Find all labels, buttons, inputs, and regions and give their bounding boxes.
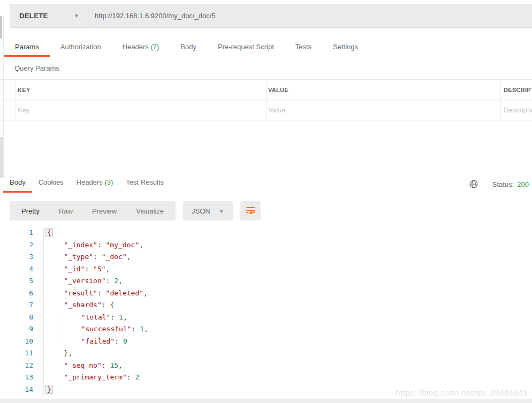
code-line: "_primary_term": 2 [43, 371, 532, 384]
code-line: }, [43, 347, 532, 360]
table-column-divider [266, 79, 267, 121]
code-row: 8 "total": 1, [0, 311, 532, 324]
chevron-down-icon: ▼ [74, 13, 79, 19]
globe-icon[interactable] [469, 179, 478, 189]
tab-body[interactable]: Body [170, 43, 207, 57]
code-line: "successful": 1, [43, 323, 532, 336]
code-line: "_id": "5", [43, 263, 532, 276]
tab-label: Authorization [60, 43, 101, 51]
table-column-divider [15, 79, 16, 121]
code-row: 6 "result": "deleted", [0, 287, 532, 300]
request-tabs: Params Authorization Headers (7) Body Pr… [4, 39, 369, 57]
line-number: 3 [0, 251, 33, 263]
line-number: 7 [0, 299, 33, 311]
code-line: "total": 1, [43, 311, 532, 324]
code-line: "_seq_no": 15, [43, 360, 532, 372]
line-number: 9 [0, 323, 33, 336]
code-line: { [43, 227, 532, 239]
code-line: "result": "deleted", [43, 287, 532, 300]
query-params-title: Query Params [14, 64, 59, 72]
watermark: https://blog.csdn.net/qq_38494341 [396, 388, 528, 397]
url-bar: DELETE ▼ http://192.168.1.6:9200/my_doc/… [10, 4, 532, 28]
tab-label: Pre-request Script [218, 43, 274, 51]
view-tab-visualize[interactable]: Visualize [126, 207, 173, 215]
code-line: "failed": 0 [43, 336, 532, 348]
code-block: 1{2 "_index": "my_doc",3 "_type": "_doc"… [0, 227, 532, 396]
column-header-value: VALUE [268, 80, 288, 100]
line-number: 14 [0, 384, 33, 396]
tab-label: Headers [77, 178, 103, 186]
view-tab-preview[interactable]: Preview [82, 207, 126, 215]
line-number: 2 [0, 239, 33, 252]
language-select[interactable]: JSON ▼ [183, 201, 233, 220]
response-meta: Status: 200 [469, 178, 532, 190]
line-number: 12 [0, 360, 33, 372]
code-row: 11 }, [0, 347, 532, 360]
key-input[interactable]: Key [18, 100, 29, 120]
response-tabs: Body Cookies Headers (3) Test Results [3, 175, 170, 193]
code-line: "_shards": { [43, 299, 532, 311]
line-number: 10 [0, 336, 33, 348]
tab-settings[interactable]: Settings [322, 43, 369, 57]
line-number: 8 [0, 311, 33, 324]
wrap-text-icon [245, 204, 256, 217]
tab-label: Cookies [39, 178, 64, 186]
tab-response-headers[interactable]: Headers (3) [70, 178, 120, 193]
view-mode-switch: Pretty Raw Preview Visualize [10, 201, 176, 220]
value-input[interactable]: Value [268, 100, 285, 120]
status-label: Status: [492, 180, 514, 188]
response-body-viewer: 1{2 "_index": "my_doc",3 "_type": "_doc"… [0, 227, 532, 397]
horizontal-scrollbar[interactable] [0, 399, 532, 403]
tab-label: Tests [295, 43, 311, 51]
tab-cookies[interactable]: Cookies [32, 178, 70, 193]
line-number: 6 [0, 287, 33, 300]
tab-label: Body [10, 178, 26, 186]
tab-pre-request-script[interactable]: Pre-request Script [207, 43, 285, 57]
query-params-table: KEY VALUE DESCRIPTION Key Value Descript… [0, 79, 532, 121]
tab-label: Body [180, 43, 196, 51]
tab-count: (3) [104, 178, 113, 186]
tab-response-body[interactable]: Body [3, 178, 32, 193]
tab-authorization[interactable]: Authorization [50, 43, 112, 57]
chevron-down-icon: ▼ [219, 208, 224, 214]
response-toolbar: Pretty Raw Preview Visualize JSON ▼ [10, 201, 261, 220]
tab-count: (7) [150, 43, 159, 51]
code-row: 2 "_index": "my_doc", [0, 239, 532, 252]
tab-label: Settings [333, 43, 358, 51]
method-select[interactable]: DELETE ▼ [10, 4, 88, 27]
column-header-key: KEY [18, 80, 31, 100]
code-row: 1{ [0, 227, 532, 239]
window-edge-artifact [0, 137, 3, 178]
wrap-text-button[interactable] [240, 201, 261, 220]
code-row: 7 "_shards": { [0, 299, 532, 311]
view-tab-raw[interactable]: Raw [49, 207, 82, 215]
tab-test-results[interactable]: Test Results [119, 178, 170, 193]
code-row: 3 "_type": "_doc", [0, 251, 532, 263]
code-row: 5 "_version": 2, [0, 275, 532, 287]
tab-label: Params [15, 43, 39, 51]
url-input[interactable]: http://192.168.1.6:9200/my_doc/_doc/5 [88, 4, 532, 27]
url-text: http://192.168.1.6:9200/my_doc/_doc/5 [95, 12, 216, 20]
table-column-divider [500, 79, 501, 121]
status-badge: 200 [517, 180, 529, 188]
tab-headers[interactable]: Headers (7) [112, 43, 170, 57]
code-row: 9 "successful": 1, [0, 323, 532, 336]
tab-tests[interactable]: Tests [285, 43, 322, 57]
code-line: "_index": "my_doc", [43, 239, 532, 252]
code-row: 13 "_primary_term": 2 [0, 371, 532, 384]
tab-params[interactable]: Params [4, 43, 50, 57]
line-number: 1 [0, 227, 33, 239]
tab-label: Headers [123, 43, 149, 51]
code-line: "_type": "_doc", [43, 251, 532, 263]
method-label: DELETE [19, 12, 48, 20]
line-number: 4 [0, 263, 33, 276]
code-row: 10 "failed": 0 [0, 336, 532, 348]
window-edge-artifact [0, 16, 2, 39]
code-row: 4 "_id": "5", [0, 263, 532, 276]
line-number: 13 [0, 371, 33, 384]
view-tab-pretty[interactable]: Pretty [12, 207, 49, 215]
code-line: "_version": 2, [43, 275, 532, 287]
description-input[interactable]: Description [504, 100, 532, 120]
tab-label: Test Results [126, 178, 164, 186]
column-header-description: DESCRIPTION [504, 80, 532, 100]
